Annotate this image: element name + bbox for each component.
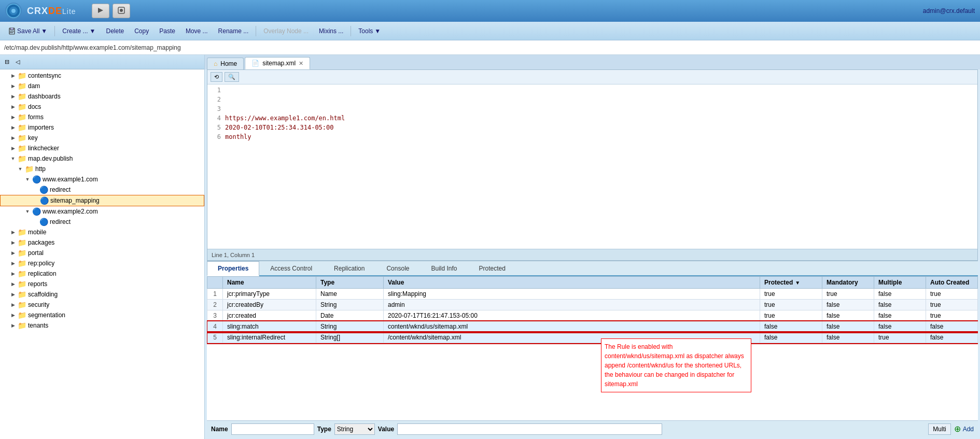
sidebar-item-replication[interactable]: ▶ 📁 replication — [0, 268, 204, 279]
editor-btn-1[interactable]: ⟲ — [211, 72, 222, 82]
tab-properties[interactable]: Properties — [207, 261, 259, 276]
row-mandatory: false — [822, 332, 874, 343]
expand-icon[interactable]: ▶ — [9, 313, 17, 318]
sidebar-item-segmentation[interactable]: ▶ 📁 segmentation — [0, 310, 204, 320]
move-button[interactable]: Move ... — [181, 25, 212, 37]
expand-icon[interactable]: ▶ — [9, 302, 17, 307]
sidebar-item-portal[interactable]: ▶ 📁 portal — [0, 248, 204, 258]
copy-button[interactable]: Copy — [130, 25, 153, 37]
annotation-box: The Rule is enabled with content/wknd/us… — [601, 338, 751, 392]
editor-btn-2[interactable]: 🔍 — [225, 72, 239, 82]
value-input[interactable] — [397, 423, 662, 435]
add-button[interactable]: ⊕ Add — [954, 424, 974, 434]
header-btn-1[interactable] — [92, 4, 109, 18]
name-input[interactable] — [231, 423, 314, 435]
tab-replication[interactable]: Replication — [323, 261, 375, 275]
sidebar-collapse-btn[interactable]: ⊟ — [2, 57, 12, 67]
row-num: 5 — [207, 332, 223, 343]
sidebar-item-mobile[interactable]: ▶ 📁 mobile — [0, 227, 204, 237]
sidebar-item-packages[interactable]: ▶ 📁 packages — [0, 237, 204, 248]
expand-icon[interactable]: ▶ — [9, 271, 17, 276]
tab-close-icon[interactable]: ✕ — [299, 60, 303, 67]
sidebar-item-key[interactable]: ▶ 📁 key — [0, 133, 204, 143]
expand-icon[interactable]: ▶ — [9, 250, 17, 256]
sidebar-item-map.dev.publish[interactable]: ▼ 📁 map.dev.publish — [0, 153, 204, 164]
overlay-node-button[interactable]: Overlay Node ... — [259, 25, 313, 37]
sidebar-item-dam[interactable]: ▶ 📁 dam — [0, 81, 204, 91]
expand-icon[interactable]: ▶ — [9, 281, 17, 287]
expand-icon[interactable]: ▶ — [9, 292, 17, 297]
sidebar-item-rep:policy[interactable]: ▶ 📁 rep:policy — [0, 258, 204, 268]
tree-item-label: rep:policy — [28, 260, 54, 267]
expand-icon[interactable]: ▶ — [9, 135, 17, 140]
expand-icon[interactable]: ▶ — [9, 115, 17, 120]
sidebar-item-dashboards[interactable]: ▶ 📁 dashboards — [0, 91, 204, 102]
tab-sitemap-xml[interactable]: 📄 sitemap.xml ✕ — [245, 57, 310, 69]
sidebar-item-contentsync[interactable]: ▶ 📁 contentsync — [0, 70, 204, 81]
table-row[interactable]: 2 jcr:createdBy String admin true false … — [207, 300, 978, 310]
expand-icon[interactable]: ▶ — [9, 323, 17, 328]
sidebar-item-tenants[interactable]: ▶ 📁 tenants — [0, 320, 204, 331]
sidebar-item-linkchecker[interactable]: ▶ 📁 linkchecker — [0, 143, 204, 153]
table-row[interactable]: 1 jcr:primaryType Name sling:Mapping tru… — [207, 289, 978, 300]
expand-icon[interactable]: ▶ — [9, 240, 17, 245]
expand-icon[interactable]: ▼ — [24, 209, 31, 214]
col-header-autocreated: Auto Created — [926, 277, 978, 289]
sidebar-item-redirect2[interactable]: 🔵 redirect — [0, 217, 204, 227]
paste-button[interactable]: Paste — [155, 25, 179, 37]
sidebar-item-www.example1.com[interactable]: ▼ 🔵 www.example1.com — [0, 174, 204, 185]
sidebar-tree[interactable]: ▶ 📁 contentsync ▶ 📁 dam ▶ 📁 dashboards ▶… — [0, 69, 204, 439]
expand-icon[interactable]: ▶ — [9, 104, 17, 109]
tab-access-control[interactable]: Access Control — [259, 261, 323, 275]
expand-icon[interactable]: ▶ — [9, 230, 17, 235]
sidebar-item-sitemap_mapping[interactable]: 🔵 sitemap_mapping — [0, 195, 204, 206]
table-row[interactable]: 4 sling:match String content/wknd/us/sit… — [207, 321, 978, 332]
tools-button[interactable]: Tools ▼ — [354, 25, 385, 37]
tab-protected[interactable]: Protected — [468, 261, 516, 275]
sidebar-item-docs[interactable]: ▶ 📁 docs — [0, 102, 204, 112]
row-autocreated: true — [926, 300, 978, 310]
rename-button[interactable]: Rename ... — [214, 25, 253, 37]
folder-icon: 📁 — [18, 280, 26, 288]
mixins-button[interactable]: Mixins ... — [315, 25, 347, 37]
multi-button[interactable]: Multi — [928, 423, 950, 435]
expand-icon[interactable]: ▼ — [9, 156, 17, 161]
expand-icon[interactable]: ▶ — [9, 125, 17, 130]
delete-button[interactable]: Delete — [102, 25, 129, 37]
sidebar-item-redirect[interactable]: 🔵 redirect — [0, 185, 204, 195]
expand-icon[interactable]: ▶ — [9, 146, 17, 151]
code-editor[interactable]: 1 2 3 4 https://www.example1.com/en.html… — [207, 84, 977, 249]
header-btn-2[interactable] — [113, 4, 130, 18]
type-select[interactable]: StringBooleanLongDoubleDateNamePathRefer… — [334, 423, 375, 435]
sidebar-expand-btn[interactable]: ◁ — [13, 57, 22, 67]
sidebar-item-importers[interactable]: ▶ 📁 importers — [0, 122, 204, 133]
col-header-name[interactable]: Name — [223, 277, 316, 289]
tab-build-info[interactable]: Build Info — [420, 261, 468, 275]
sidebar-item-reports[interactable]: ▶ 📁 reports — [0, 279, 204, 289]
sidebar-item-forms[interactable]: ▶ 📁 forms — [0, 112, 204, 122]
expand-icon[interactable]: ▼ — [24, 177, 31, 182]
line-number: 3 — [209, 105, 225, 115]
col-header-protected[interactable]: Protected▼ — [760, 277, 822, 289]
create-button[interactable]: Create ... ▼ — [58, 25, 100, 37]
expand-icon[interactable]: ▶ — [9, 261, 17, 266]
folder-icon: 📁 — [18, 144, 26, 152]
expand-icon[interactable]: ▶ — [9, 94, 17, 99]
row-name: sling:match — [223, 321, 316, 332]
row-type: String — [316, 300, 384, 310]
tab-home[interactable]: ⌂ Home — [207, 58, 244, 69]
tree-item-label: map.dev.publish — [28, 155, 73, 162]
node-icon: 🔵 — [32, 175, 41, 183]
sidebar-item-www.example2.com[interactable]: ▼ 🔵 www.example2.com — [0, 206, 204, 217]
expand-icon[interactable]: ▶ — [9, 83, 17, 89]
sidebar-item-scaffolding[interactable]: ▶ 📁 scaffolding — [0, 289, 204, 300]
table-row[interactable]: 3 jcr:created Date 2020-07-17T16:21:47.1… — [207, 310, 978, 321]
expand-icon[interactable]: ▼ — [17, 166, 24, 172]
save-all-button[interactable]: Save All ▼ — [4, 25, 51, 37]
sidebar-item-security[interactable]: ▶ 📁 security — [0, 300, 204, 310]
type-label: Type — [317, 426, 331, 433]
tab-console[interactable]: Console — [375, 261, 420, 275]
table-row[interactable]: 5 sling:internalRedirect String[] /conte… — [207, 332, 978, 343]
expand-icon[interactable]: ▶ — [9, 73, 17, 78]
sidebar-item-http[interactable]: ▼ 📁 http — [0, 164, 204, 174]
